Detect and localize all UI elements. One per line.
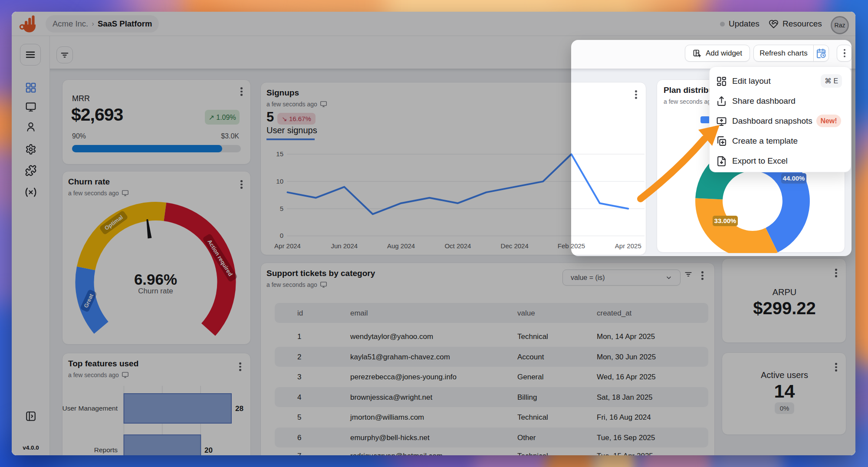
svg-text:emurphy@bell-hicks.net: emurphy@bell-hicks.net bbox=[350, 434, 430, 442]
svg-text:brownjessica@wright.net: brownjessica@wright.net bbox=[350, 393, 433, 401]
svg-text:33.00%: 33.00% bbox=[714, 217, 736, 224]
svg-text:Dec 2024: Dec 2024 bbox=[501, 242, 529, 250]
svg-text:Fri, 16 Aug 2024: Fri, 16 Aug 2024 bbox=[597, 413, 651, 421]
svg-text:General: General bbox=[517, 373, 543, 381]
svg-text:3: 3 bbox=[297, 373, 301, 381]
svg-text:Mon, 30 Jun 2025: Mon, 30 Jun 2025 bbox=[597, 353, 656, 361]
svg-text:Jun 2024: Jun 2024 bbox=[331, 242, 358, 250]
svg-text:email: email bbox=[350, 309, 368, 317]
svg-text:10: 10 bbox=[276, 178, 283, 185]
svg-text:Wed, 16 Apr 2025: Wed, 16 Apr 2025 bbox=[597, 373, 656, 381]
svg-text:wendytaylor@yahoo.com: wendytaylor@yahoo.com bbox=[350, 332, 433, 341]
svg-text:15: 15 bbox=[276, 150, 283, 158]
svg-text:7: 7 bbox=[297, 452, 301, 455]
svg-text:1: 1 bbox=[297, 332, 301, 341]
svg-text:6: 6 bbox=[297, 434, 301, 442]
svg-text:Reports: Reports bbox=[94, 446, 118, 454]
svg-text:Apr 2024: Apr 2024 bbox=[274, 242, 301, 250]
svg-text:kayla51@graham-chavez.com: kayla51@graham-chavez.com bbox=[350, 353, 450, 361]
svg-text:5: 5 bbox=[297, 413, 301, 421]
svg-text:value: value bbox=[517, 309, 535, 317]
svg-text:20: 20 bbox=[204, 446, 213, 454]
svg-text:Technical: Technical bbox=[517, 413, 548, 421]
svg-text:Sat, 18 Jan 2025: Sat, 18 Jan 2025 bbox=[597, 393, 653, 401]
svg-text:5: 5 bbox=[280, 205, 283, 212]
svg-text:Tue, 16 Sep 2025: Tue, 16 Sep 2025 bbox=[597, 434, 655, 442]
svg-text:id: id bbox=[297, 309, 303, 317]
svg-text:Apr 2025: Apr 2025 bbox=[615, 242, 641, 250]
svg-text:Tue, 15 Apr 2025: Tue, 15 Apr 2025 bbox=[597, 452, 653, 455]
svg-text:Mon, 14 Apr 2025: Mon, 14 Apr 2025 bbox=[597, 332, 655, 341]
svg-text:28: 28 bbox=[235, 405, 243, 413]
svg-text:Aug 2024: Aug 2024 bbox=[387, 242, 415, 250]
svg-text:rodriguezryan@hotmail.com: rodriguezryan@hotmail.com bbox=[350, 452, 443, 455]
svg-text:Billing: Billing bbox=[517, 393, 537, 401]
svg-text:created_at: created_at bbox=[597, 309, 632, 317]
svg-text:Technical: Technical bbox=[517, 452, 548, 455]
svg-text:User Management: User Management bbox=[62, 405, 118, 412]
svg-text:perezrebecca@jones-young.info: perezrebecca@jones-young.info bbox=[350, 373, 457, 381]
svg-text:0: 0 bbox=[280, 232, 283, 239]
svg-text:Oct 2024: Oct 2024 bbox=[444, 242, 471, 250]
svg-text:jmorton@williams.com: jmorton@williams.com bbox=[350, 413, 424, 421]
svg-text:44.00%: 44.00% bbox=[783, 174, 805, 182]
svg-text:4: 4 bbox=[297, 393, 301, 401]
svg-text:2: 2 bbox=[297, 353, 301, 361]
svg-text:Account: Account bbox=[517, 353, 544, 361]
svg-text:Feb 2025: Feb 2025 bbox=[558, 242, 585, 250]
svg-text:Technical: Technical bbox=[517, 332, 548, 341]
svg-text:Other: Other bbox=[517, 434, 536, 442]
